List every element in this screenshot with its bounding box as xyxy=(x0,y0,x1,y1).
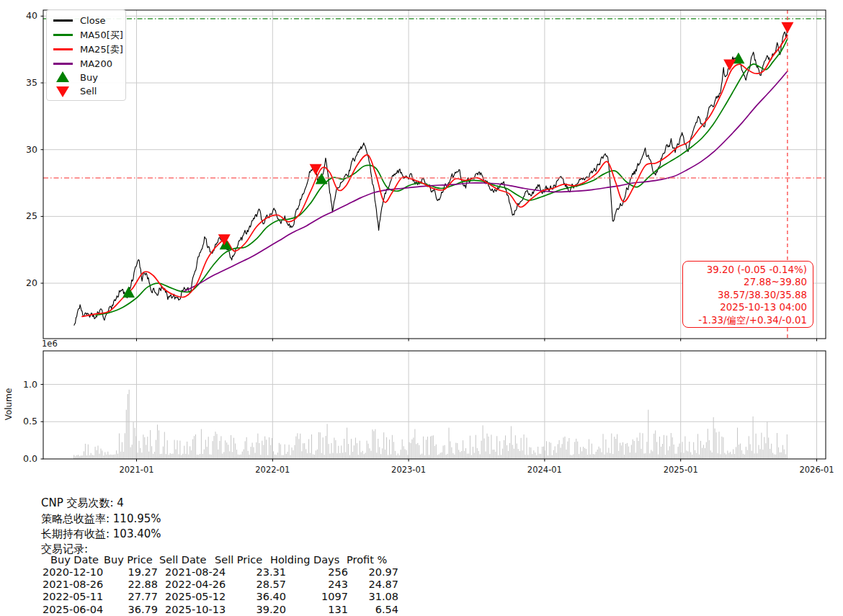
x-tick-label: 2024-01 xyxy=(518,465,571,475)
x-tick-label: 2022-01 xyxy=(246,465,299,475)
trade-cell-profit-pct: 20.97 xyxy=(326,566,398,578)
legend-item-ma50: MA50[买] xyxy=(47,29,125,42)
sell-marker xyxy=(781,22,793,33)
trade-row: 2022-05-1127.772025-05-1236.40109731.08 xyxy=(0,591,843,603)
ma200-line-swatch-icon xyxy=(53,63,73,65)
trade-cell-buy-price: 19.27 xyxy=(86,566,158,578)
annotation-range: 27.88~39.80 xyxy=(744,276,807,288)
x-tick-label: 2023-01 xyxy=(382,465,435,475)
price-volume-chart-svg xyxy=(0,0,843,484)
annotation-bias: -1.33/偏空/+0.34/-0.01 xyxy=(698,314,807,326)
header-sell-date: Sell Date xyxy=(159,554,206,566)
legend-label-sell: Sell xyxy=(80,85,97,97)
header-holding-days: Holding Days xyxy=(270,554,339,566)
legend-label-ma200: MA200 xyxy=(80,58,112,70)
legend-item-ma25: MA25[卖] xyxy=(47,43,125,56)
annotation-ma-values: 38.57/38.30/35.88 xyxy=(718,289,807,301)
header-buy-date: Buy Date xyxy=(50,554,99,566)
volume-tick-label: 0.0 xyxy=(14,453,37,464)
ma25-line-swatch-icon xyxy=(53,48,73,50)
trade-row: 2020-12-1019.272021-08-2423.3125620.97 xyxy=(0,566,843,579)
legend-item-close: Close xyxy=(47,14,125,27)
legend-label-ma25: MA25[卖] xyxy=(80,43,123,55)
header-buy-price: Buy Price xyxy=(104,554,153,566)
legend-label-close: Close xyxy=(80,14,105,27)
legend: Close MA50[买] MA25[卖] MA200 Buy Sell xyxy=(46,9,126,101)
last-price-annotation: 39.20 (-0.05 -0.14%) 27.88~39.80 38.57/3… xyxy=(682,261,813,328)
y-tick-label: 25 xyxy=(14,210,37,221)
volume-tick-label: 0.5 xyxy=(14,416,37,427)
sell-marker-icon xyxy=(56,86,69,97)
trade-cell-profit-pct: 6.54 xyxy=(326,604,398,615)
y-tick-label: 40 xyxy=(14,10,37,21)
trade-cell-profit-pct: 31.08 xyxy=(326,591,398,602)
stat-hold-return: 长期持有收益: 103.40% xyxy=(41,527,161,541)
trades-table-header: Buy Date Buy Price Sell Date Sell Price … xyxy=(0,554,843,566)
stat-trade-count: CNP 交易次数: 4 xyxy=(41,496,124,510)
legend-label-buy: Buy xyxy=(80,71,98,84)
volume-axis-label: Volume xyxy=(4,378,14,430)
trade-cell-buy-price: 27.77 xyxy=(86,591,158,602)
y-tick-label: 30 xyxy=(14,144,37,155)
y-tick-label: 20 xyxy=(14,277,37,288)
legend-item-ma200: MA200 xyxy=(47,58,125,71)
sell-marker xyxy=(723,60,736,71)
header-profit-pct: Profit % xyxy=(347,554,387,566)
buy-marker-icon xyxy=(56,71,69,82)
x-tick-label: 2021-01 xyxy=(110,465,164,475)
trade-cell-sell-price: 39.20 xyxy=(214,604,286,615)
trade-cell-sell-price: 36.40 xyxy=(214,591,286,602)
trade-cell-buy-price: 22.88 xyxy=(86,579,158,590)
volume-bars xyxy=(74,390,788,459)
x-tick-label: 2025-01 xyxy=(654,465,708,475)
annotation-price-change: 39.20 (-0.05 -0.14%) xyxy=(707,264,807,276)
legend-item-sell: Sell xyxy=(47,85,125,98)
close-line-swatch-icon xyxy=(53,19,73,22)
x-tick-label: 2026-01 xyxy=(790,465,843,475)
trade-row: 2021-08-2622.882022-04-2628.5724324.87 xyxy=(0,579,843,591)
volume-offset-label: 1e6 xyxy=(42,339,58,349)
legend-item-buy: Buy xyxy=(47,71,125,84)
volume-tick-label: 1.0 xyxy=(14,379,37,390)
trade-row: 2025-06-0436.792025-10-1339.201316.54 xyxy=(0,604,843,616)
stat-strategy-return: 策略总收益率: 110.95% xyxy=(41,512,161,526)
trade-cell-sell-price: 28.57 xyxy=(214,579,286,590)
annotation-datetime: 2025-10-13 04:00 xyxy=(720,301,807,313)
trade-cell-profit-pct: 24.87 xyxy=(326,579,398,590)
ma50-line-swatch-icon xyxy=(53,34,73,36)
header-sell-price: Sell Price xyxy=(215,554,262,566)
trade-cell-buy-price: 36.79 xyxy=(86,604,158,615)
legend-label-ma50: MA50[买] xyxy=(80,29,123,41)
trade-cell-sell-price: 23.31 xyxy=(214,566,286,578)
y-tick-label: 35 xyxy=(14,77,37,88)
